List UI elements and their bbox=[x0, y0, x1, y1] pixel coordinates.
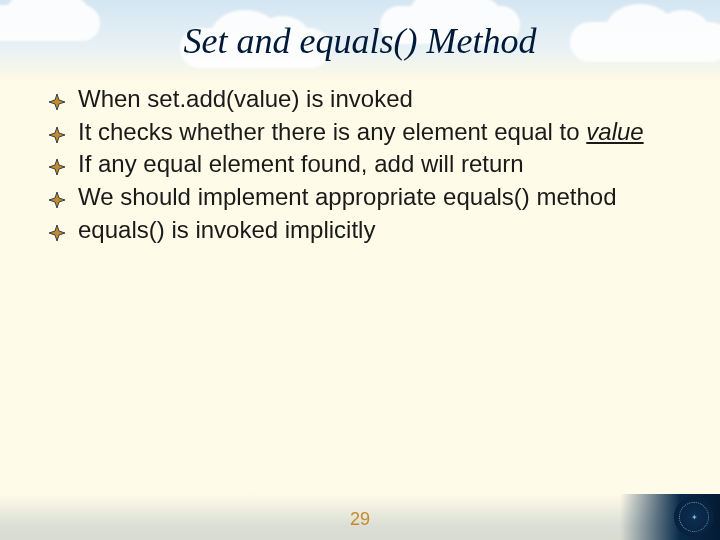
bullet-text: equals() is invoked implicitly bbox=[78, 216, 375, 243]
svg-marker-4 bbox=[49, 225, 65, 241]
svg-marker-3 bbox=[49, 192, 65, 208]
bullet-text-pre: It checks whether there is any element e… bbox=[78, 118, 586, 145]
slide-content: When set.add(value) is invoked It checks… bbox=[0, 62, 720, 246]
bullet-icon bbox=[48, 88, 66, 106]
svg-marker-1 bbox=[49, 127, 65, 143]
slide-title: Set and equals() Method bbox=[0, 0, 720, 62]
bullet-text: When set.add(value) is invoked bbox=[78, 85, 413, 112]
page-number: 29 bbox=[0, 509, 720, 530]
bullet-text: If any equal element found, add will ret… bbox=[78, 150, 524, 177]
bullet-item: equals() is invoked implicitly bbox=[44, 215, 676, 246]
bullet-item: If any equal element found, add will ret… bbox=[44, 149, 676, 180]
bullet-item: We should implement appropriate equals()… bbox=[44, 182, 676, 213]
bullet-icon bbox=[48, 219, 66, 237]
bullet-text-underlined: value bbox=[586, 118, 643, 145]
bullet-icon bbox=[48, 121, 66, 139]
svg-marker-0 bbox=[49, 94, 65, 110]
bullet-item: When set.add(value) is invoked bbox=[44, 84, 676, 115]
bullet-icon bbox=[48, 186, 66, 204]
bullet-icon bbox=[48, 153, 66, 171]
bullet-text: We should implement appropriate equals()… bbox=[78, 183, 617, 210]
institution-seal-icon: ✦ bbox=[674, 497, 714, 537]
bullet-item: It checks whether there is any element e… bbox=[44, 117, 676, 148]
svg-marker-2 bbox=[49, 159, 65, 175]
